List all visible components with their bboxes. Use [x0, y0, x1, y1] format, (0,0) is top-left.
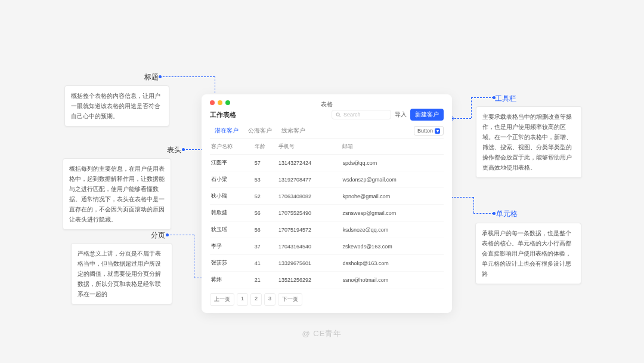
label-toolbar: 工具栏 [495, 94, 516, 104]
col-1: 年龄 [253, 139, 277, 155]
annotation-pagination: 严格意义上讲，分页是不属于表格当中，但当数据超过用户所设定的阈值，就需要使用分页… [71, 243, 172, 304]
cell: zskewods@163.com [341, 238, 444, 255]
search-input[interactable]: Search [332, 110, 391, 119]
cell: wsdonszp@gmail.com [341, 171, 444, 188]
tabs-row: 潜在客户 公海客户 线索客户 Button ▾ [210, 123, 444, 139]
page-button[interactable]: 上一页 [210, 293, 234, 306]
cell: 37 [253, 238, 277, 255]
cell: zsnswesp@gmail.com [341, 205, 444, 222]
table-row[interactable]: 狄小瑞5217063408082kpnohe@gmail.com [210, 188, 444, 205]
cell: 21 [253, 272, 277, 288]
cell: dsshokp@163.com [341, 255, 444, 272]
table-row[interactable]: 狄玉瑶5617075194572ksdsnoze@qq.com [210, 222, 444, 238]
section-title: 工作表格 [210, 110, 236, 119]
data-table: 客户名称 年龄 手机号 邮箱 江图平5713143272424spds@qq.c… [210, 139, 444, 288]
annotation-title: 概括整个表格的内容信息，让用户一眼就知道该表格的用途是否符合自己心中的预期。 [64, 85, 169, 127]
cell: 17043164540 [277, 238, 342, 255]
search-icon [336, 112, 341, 118]
toolbar: 工作表格 Search 导入 新建客户 [210, 109, 444, 121]
cell: 李乎 [210, 238, 253, 255]
cell: 56 [253, 222, 277, 238]
window-title: 表格 [202, 100, 452, 109]
cell: 韩欣盛 [210, 205, 253, 222]
button-small-label: Button [417, 128, 433, 134]
label-pagination: 分页 [151, 230, 165, 241]
table-row[interactable]: 张莎莎4113329675601dsshokp@163.com [210, 255, 444, 272]
table-row[interactable]: 石小梁5313192708477wsdonszp@gmail.com [210, 171, 444, 188]
annotation-cell: 承载用户的每一条数据，也是整个表格的核心。单元格的大小行高都会直接影响用户使用表… [475, 223, 581, 284]
credit-text: @ CE青年 [0, 328, 644, 339]
cell: 13329675601 [277, 255, 342, 272]
table-row[interactable]: 江图平5713143272424spds@qq.com [210, 155, 444, 171]
cell: 17075525490 [277, 205, 342, 222]
table-card: 表格 工作表格 Search 导入 新建客户 潜在客户 公海客户 线索客户 Bu… [202, 94, 452, 313]
annotation-header: 概括每列的主要信息，在用户使用表格中，起到数据解释作用，让数据能与之进行匹配，使… [63, 158, 171, 230]
cell: kpnohe@gmail.com [341, 188, 444, 205]
cell: spds@qq.com [341, 155, 444, 171]
search-placeholder: Search [343, 112, 361, 118]
cell: 13521256292 [277, 272, 342, 288]
tab-2[interactable]: 线索客户 [277, 123, 310, 139]
cell: 蒋炜 [210, 272, 253, 288]
page-button[interactable]: 1 [237, 293, 248, 306]
cell: 52 [253, 188, 277, 205]
cell: 江图平 [210, 155, 253, 171]
col-2: 手机号 [277, 139, 342, 155]
tab-1[interactable]: 公海客户 [243, 123, 277, 139]
table-row[interactable]: 蒋炜2113521256292ssno@hotmail.com [210, 272, 444, 288]
page-button[interactable]: 2 [250, 293, 262, 306]
cell: 56 [253, 205, 277, 222]
label-header: 表头 [167, 145, 181, 155]
table-row[interactable]: 韩欣盛5617075525490zsnswesp@gmail.com [210, 205, 444, 222]
col-0: 客户名称 [210, 139, 253, 155]
cell: 53 [253, 171, 277, 188]
label-cell: 单元格 [496, 209, 518, 219]
cell: 17063408082 [277, 188, 342, 205]
dropdown-icon: ▾ [435, 128, 440, 134]
cell: ssno@hotmail.com [341, 272, 444, 288]
page-button[interactable]: 3 [264, 293, 275, 306]
label-title: 标题 [144, 72, 159, 82]
table-row[interactable]: 李乎3717043164540zskewods@163.com [210, 238, 444, 255]
tab-0[interactable]: 潜在客户 [210, 123, 243, 139]
page-button[interactable]: 下一页 [278, 293, 302, 306]
cell: 57 [253, 155, 277, 171]
table-header-row: 客户名称 年龄 手机号 邮箱 [210, 139, 444, 155]
cell: 41 [253, 255, 277, 272]
import-button[interactable]: 导入 [395, 110, 407, 119]
col-3: 邮箱 [341, 139, 444, 155]
new-button[interactable]: 新建客户 [410, 109, 444, 121]
cell: 狄玉瑶 [210, 222, 253, 238]
pagination: 上一页123下一页 [210, 293, 444, 306]
button-small[interactable]: Button ▾ [414, 126, 444, 136]
cell: 狄小瑞 [210, 188, 253, 205]
cell: ksdsnoze@qq.com [341, 222, 444, 238]
cell: 石小梁 [210, 171, 253, 188]
cell: 17075194572 [277, 222, 342, 238]
cell: 13192708477 [277, 171, 342, 188]
cell: 13143272424 [277, 155, 342, 171]
cell: 张莎莎 [210, 255, 253, 272]
annotation-toolbar: 主要承载表格当中的增删改查等操作，也是用户使用频率较高的区域。在一个正常的表格中… [476, 106, 582, 178]
